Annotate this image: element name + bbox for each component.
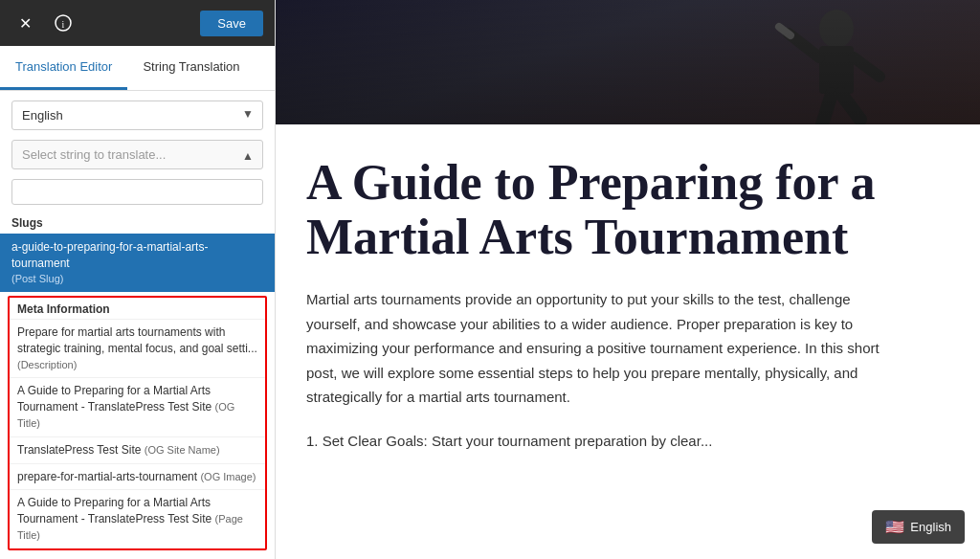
slug-item-0-type: (Post Slug) [11,272,263,286]
info-button[interactable]: i [50,10,77,36]
meta-item-3-type: (OG Image) [200,471,256,482]
meta-item-4-label: A Guide to Preparing for a Martial Arts … [17,496,212,525]
meta-item-3[interactable]: prepare-for-martial-arts-tournament (OG … [10,463,265,490]
string-list: Slugs a-guide-to-preparing-for-a-martial… [0,211,275,559]
main-title: A Guide to Preparing for a Martial Arts … [306,155,900,264]
meta-item-2-label: TranslatePress Test Site [17,443,141,457]
meta-item-0[interactable]: Prepare for martial arts tournaments wit… [10,319,265,377]
content-area: A Guide to Preparing for a Martial Arts … [276,124,946,483]
meta-section-header: Meta Information [10,298,265,319]
top-bar: ✕ i Save [0,0,275,46]
language-select[interactable]: English [11,101,263,130]
tab-string-translation[interactable]: String Translation [127,46,255,90]
left-panel: ✕ i Save Translation Editor String Trans… [0,0,276,559]
meta-item-1-label: A Guide to Preparing for a Martial Arts … [17,384,212,414]
string-list-section: String List TranslatePress Test Site [0,554,275,559]
meta-item-2-type: (OG Site Name) [145,444,220,456]
search-wrap [0,175,275,211]
slugs-section-header: Slugs [0,211,275,234]
meta-information-section: Meta Information Prepare for martial art… [8,296,267,550]
meta-item-2[interactable]: TranslatePress Test Site (OG Site Name) [10,436,265,463]
intro-paragraph: Martial arts tournaments provide an oppo… [306,287,900,410]
meta-item-1[interactable]: A Guide to Preparing for a Martial Arts … [10,377,265,436]
language-badge-label: English [910,520,951,534]
save-button[interactable]: Save [200,11,263,36]
meta-item-3-label: prepare-for-martial-arts-tournament [17,470,197,483]
close-button[interactable]: ✕ [11,10,38,36]
language-select-wrap: English ▼ [0,91,275,136]
meta-item-0-type: (Description) [17,359,77,370]
meta-item-0-label: Prepare for martial arts tournaments wit… [17,325,257,355]
hero-image [276,0,980,124]
search-input[interactable] [11,179,263,205]
language-badge[interactable]: 🇺🇸 English [872,510,965,544]
tab-bar: Translation Editor String Translation [0,46,275,91]
right-panel: A Guide to Preparing for a Martial Arts … [276,0,980,559]
string-select[interactable]: Select string to translate... [11,140,263,169]
point-1-text: 1. Set Clear Goals: Start your tournamen… [306,429,900,454]
flag-icon: 🇺🇸 [885,518,904,536]
slug-item-0[interactable]: a-guide-to-preparing-for-a-martial-arts-… [0,234,275,292]
svg-text:i: i [62,19,65,30]
tab-translation-editor[interactable]: Translation Editor [0,46,127,90]
slug-item-0-label: a-guide-to-preparing-for-a-martial-arts-… [11,239,263,272]
string-select-wrap: Select string to translate... ▲ [0,136,275,175]
meta-item-4[interactable]: A Guide to Preparing for a Martial Arts … [10,489,265,548]
